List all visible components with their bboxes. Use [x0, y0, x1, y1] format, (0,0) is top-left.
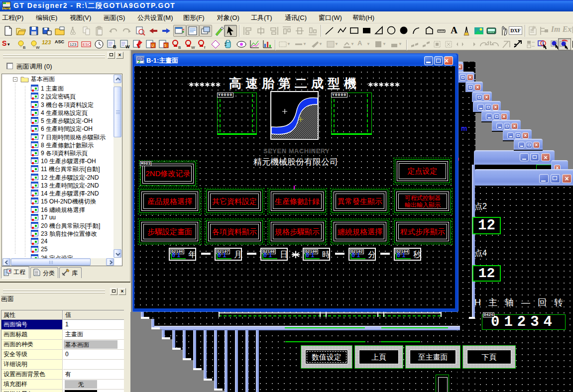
svg-text:B: B: [178, 45, 181, 49]
svg-text:5: 5: [164, 44, 166, 47]
svg-text:W: W: [36, 45, 40, 49]
svg-text:U: U: [151, 44, 154, 47]
svg-text:B: B: [113, 44, 116, 49]
svg-text:2: 2: [138, 59, 140, 64]
svg-text:GTD2: GTD2: [3, 7, 10, 10]
svg-text:W: W: [125, 44, 130, 49]
svg-text:W: W: [191, 45, 195, 49]
svg-text:ESC: ESC: [83, 42, 91, 47]
svg-text:B: B: [23, 45, 25, 49]
svg-text:123: 123: [70, 42, 77, 47]
svg-text:f: f: [204, 45, 206, 49]
